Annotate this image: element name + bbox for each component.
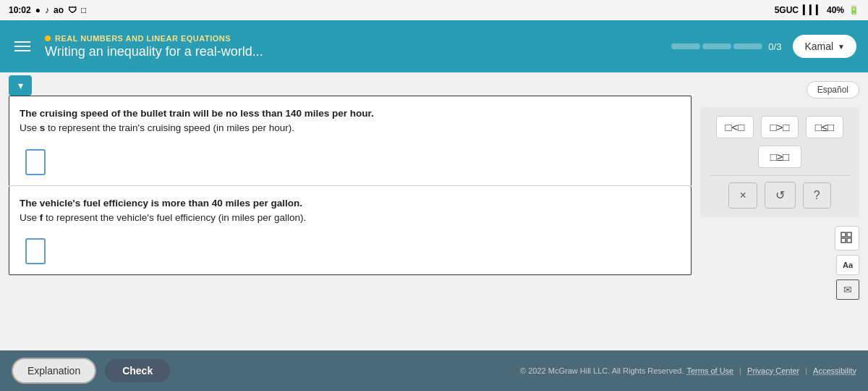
- status-bar: 10:02 ● ♪ ao 🛡 □ 5GUC ▎▎▎ 40% 🔋: [0, 0, 868, 20]
- answer-input-1[interactable]: [25, 149, 46, 175]
- progress-section: 0/3: [671, 41, 781, 52]
- shield-icon: 🛡: [68, 5, 77, 15]
- chevron-down-icon: ▾: [18, 80, 23, 91]
- grid-icon-button[interactable]: [835, 226, 859, 251]
- privacy-link[interactable]: Privacy Center: [747, 366, 799, 375]
- less-equal-symbol-btn[interactable]: □≤□: [806, 116, 843, 138]
- user-name: Kamal: [804, 41, 833, 52]
- header-title-section: REAL NUMBERS AND LINEAR EQUATIONS Writin…: [45, 34, 660, 59]
- ao-text: ao: [54, 5, 64, 15]
- svg-rect-2: [841, 238, 846, 243]
- progress-bar: [671, 43, 762, 49]
- greater-equal-symbol-btn[interactable]: □≥□: [758, 146, 801, 168]
- svg-rect-1: [847, 232, 851, 237]
- status-left: 10:02 ● ♪ ao 🛡 □: [9, 5, 86, 15]
- time-display: 10:02: [9, 5, 31, 15]
- footer-links: © 2022 McGraw Hill LLC. All Rights Reser…: [520, 366, 856, 375]
- help-button[interactable]: ?: [803, 182, 831, 209]
- signal-bars-icon: ▎▎▎: [803, 5, 822, 15]
- sim-icon: □: [81, 5, 86, 15]
- less-than-symbol-btn[interactable]: □<□: [716, 116, 754, 138]
- music-icon: ♪: [45, 5, 49, 15]
- check-button[interactable]: Check: [105, 359, 170, 382]
- wifi-icon: ●: [35, 5, 41, 15]
- question-2-bold: The vehicle's fuel efficiency is more th…: [20, 198, 302, 209]
- espanol-button[interactable]: Español: [807, 81, 859, 98]
- question-2-text: The vehicle's fuel efficiency is more th…: [20, 196, 681, 226]
- collapse-button[interactable]: ▾: [9, 75, 32, 96]
- status-right: 5GUC ▎▎▎ 40% 🔋: [775, 5, 859, 15]
- clear-button[interactable]: ×: [728, 182, 757, 209]
- progress-segment-1: [671, 43, 700, 49]
- left-panel: ▾ The cruising speed of the bullet train…: [9, 81, 692, 350]
- bottom-bar: Explanation Check © 2022 McGraw Hill LLC…: [0, 350, 868, 391]
- right-panel: Español □<□ □>□ □≤□ □≥□ × ↺ ?: [700, 81, 859, 350]
- keyboard-toggle-button[interactable]: Aa: [836, 255, 859, 275]
- header: REAL NUMBERS AND LINEAR EQUATIONS Writin…: [0, 20, 868, 72]
- main-content: ▾ The cruising speed of the bullet train…: [0, 72, 868, 391]
- symbol-row-1: □<□ □>□ □≤□: [709, 116, 851, 138]
- envelope-icon[interactable]: ✉: [836, 279, 859, 300]
- accessibility-link[interactable]: Accessibility: [813, 366, 856, 375]
- progress-segment-2: [702, 43, 731, 49]
- question-1-bold: The cruising speed of the bullet train w…: [20, 108, 374, 119]
- battery-icon: 🔋: [848, 5, 859, 15]
- symbol-divider: [709, 175, 851, 176]
- user-menu-button[interactable]: Kamal ▼: [793, 35, 856, 58]
- question-card-1: The cruising speed of the bullet train w…: [9, 96, 692, 186]
- svg-rect-0: [841, 232, 846, 237]
- header-subtitle: REAL NUMBERS AND LINEAR EQUATIONS: [45, 34, 660, 43]
- svg-rect-3: [847, 238, 851, 243]
- question-1-text: The cruising speed of the bullet train w…: [20, 106, 681, 136]
- bottom-buttons: Explanation Check: [12, 358, 170, 384]
- greater-than-symbol-btn[interactable]: □>□: [761, 116, 799, 138]
- signal-text: 5GUC: [775, 5, 799, 15]
- battery-text: 40%: [827, 5, 844, 15]
- symbol-panel: □<□ □>□ □≤□ □≥□ × ↺ ?: [700, 107, 859, 217]
- menu-button[interactable]: [12, 38, 33, 54]
- chevron-down-icon: ▼: [838, 43, 845, 51]
- progress-segment-3: [733, 43, 762, 49]
- answer-input-2[interactable]: [25, 238, 46, 264]
- symbol-row-2: □≥□: [709, 146, 851, 168]
- question-card-2: The vehicle's fuel efficiency is more th…: [9, 186, 692, 276]
- progress-text: 0/3: [768, 41, 781, 52]
- terms-link[interactable]: Terms of Use: [686, 366, 733, 375]
- explanation-button[interactable]: Explanation: [12, 358, 96, 384]
- keyboard-icon-area: Aa ✉: [700, 226, 859, 300]
- content-body: ▾ The cruising speed of the bullet train…: [0, 72, 868, 350]
- undo-button[interactable]: ↺: [765, 182, 796, 209]
- action-row: × ↺ ?: [709, 182, 851, 209]
- copyright-text: © 2022 McGraw Hill LLC. All Rights Reser…: [520, 366, 684, 375]
- header-main-title: Writing an inequality for a real-world..…: [45, 44, 660, 59]
